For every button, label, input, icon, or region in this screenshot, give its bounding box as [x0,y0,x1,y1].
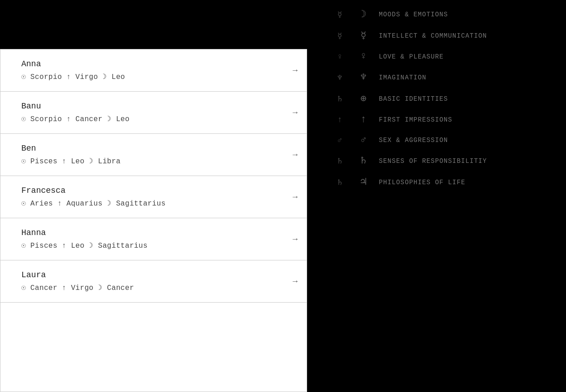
legend-planet-icon-left: ↑ [332,115,348,124]
person-signs: ☉ Cancer ↑ Virgo ☽ Cancer [21,283,286,292]
person-row[interactable]: Anna☉ Scorpio ↑ Virgo ☽ Leo→ [0,49,307,92]
person-row[interactable]: Hanna☉ Pisces ↑ Leo ☽ Sagittarius→ [0,218,307,260]
person-detail-button[interactable]: → [293,277,298,286]
person-name: Ben [21,144,286,153]
legend-item: ↑↑FIRST IMPRESSIONS [332,109,552,130]
legend-planet-icon-right: ↑ [355,114,372,125]
person-detail-button[interactable]: → [293,192,298,201]
legend-planet-icon-right: ☽ [355,8,372,20]
persons-list: Anna☉ Scorpio ↑ Virgo ☽ Leo→Banu☉ Scorpi… [0,49,307,392]
legend-planet-icon-left: ♆ [332,73,348,83]
legend-planet-icon-left: ♄ [332,177,348,187]
person-signs: ☉ Aries ↑ Aquarius ☽ Sagittarius [21,199,286,208]
person-row[interactable]: Laura☉ Cancer ↑ Virgo ☽ Cancer→ [0,260,307,303]
legend-item: ♄⊕BASIC IDENTITIES [332,88,552,109]
person-name: Laura [21,270,286,279]
person-signs: ☉ Scorpio ↑ Virgo ☽ Leo [21,72,286,81]
person-name: Anna [21,59,286,69]
person-row[interactable]: Ben☉ Pisces ↑ Leo ☽ Libra→ [0,134,307,176]
legend-planet-icon-right: ♃ [355,176,372,188]
legend-item: ♀♀LOVE & PLEASURE [332,46,552,67]
person-signs: ☉ Pisces ↑ Leo ☽ Sagittarius [21,241,286,250]
legend-label: PHILOSOPHIES OF LIFE [379,179,465,186]
person-detail-button[interactable]: → [293,150,298,159]
legend-label: SENSES OF RESPONSIBILITIY [379,157,487,165]
legend-planet-icon-left: ♀ [332,52,348,61]
legend-item: ☿☽MOODS & EMOTIONS [332,4,552,25]
legend-planet-icon-right: ♄ [355,155,372,167]
legend-item: ♄♃PHILOSOPHIES OF LIFE [332,172,552,193]
legend-label: LOVE & PLEASURE [379,53,444,60]
legend-label: INTELLECT & COMMUNICATION [379,32,487,39]
legend-panel: ☿☽MOODS & EMOTIONS☿☿INTELLECT & COMMUNIC… [318,0,566,392]
legend-label: MOODS & EMOTIONS [379,11,448,18]
legend-planet-icon-right: ♀ [355,51,372,62]
person-row[interactable]: Banu☉ Scorpio ↑ Cancer ☽ Leo→ [0,92,307,134]
person-detail-button[interactable]: → [293,235,298,244]
legend-item: ♄♄SENSES OF RESPONSIBILITIY [332,150,552,172]
person-name: Banu [21,102,286,111]
legend-label: SEX & AGGRESSION [379,137,448,144]
legend-item: ♆♆IMAGINATION [332,67,552,88]
person-name: Francesca [21,186,286,195]
person-signs: ☉ Scorpio ↑ Cancer ☽ Leo [21,114,286,123]
legend-label: FIRST IMPRESSIONS [379,116,452,123]
person-detail-button[interactable]: → [293,66,298,75]
legend-planet-icon-left: ☿ [332,31,348,41]
legend-planet-icon-right: ♆ [355,71,372,83]
legend-item: ☿☿INTELLECT & COMMUNICATION [332,25,552,46]
legend-planet-icon-left: ♂ [332,136,348,145]
person-row[interactable]: Francesca☉ Aries ↑ Aquarius ☽ Sagittariu… [0,176,307,218]
legend-planet-icon-right: ☿ [355,29,372,42]
legend-item: ♂♂SEX & AGGRESSION [332,130,552,150]
legend-planet-icon-right: ⊕ [355,93,372,105]
legend-planet-icon-left: ♄ [332,94,348,104]
person-signs: ☉ Pisces ↑ Leo ☽ Libra [21,157,286,166]
legend-label: BASIC IDENTITIES [379,95,448,103]
person-detail-button[interactable]: → [293,108,298,117]
legend-planet-icon-right: ♂ [355,134,372,146]
person-name: Hanna [21,228,286,237]
legend-planet-icon-left: ☿ [332,10,348,20]
legend-planet-icon-left: ♄ [332,156,348,166]
legend-label: IMAGINATION [379,74,427,81]
